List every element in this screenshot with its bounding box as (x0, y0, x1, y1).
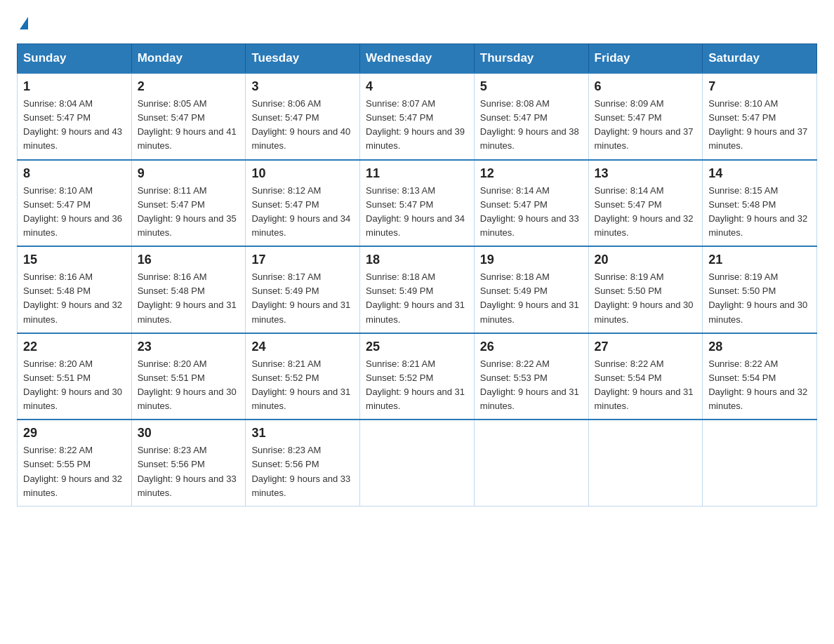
calendar-day-cell (474, 420, 588, 506)
day-number: 4 (366, 79, 468, 94)
calendar-header-row: SundayMondayTuesdayWednesdayThursdayFrid… (18, 44, 817, 74)
calendar-day-cell: 14Sunrise: 8:15 AMSunset: 5:48 PMDayligh… (703, 160, 817, 247)
calendar-day-header: Friday (588, 44, 703, 74)
day-number: 9 (138, 166, 240, 181)
day-info: Sunrise: 8:23 AMSunset: 5:56 PMDaylight:… (138, 443, 240, 500)
calendar-day-cell: 20Sunrise: 8:19 AMSunset: 5:50 PMDayligh… (588, 246, 703, 333)
calendar-day-cell: 17Sunrise: 8:17 AMSunset: 5:49 PMDayligh… (246, 246, 360, 333)
calendar-day-header: Saturday (703, 44, 817, 74)
day-info: Sunrise: 8:20 AMSunset: 5:51 PMDaylight:… (23, 357, 126, 414)
day-number: 7 (708, 79, 811, 94)
day-number: 6 (595, 79, 697, 94)
day-number: 1 (23, 79, 126, 94)
calendar-week-row: 15Sunrise: 8:16 AMSunset: 5:48 PMDayligh… (18, 246, 817, 333)
day-info: Sunrise: 8:11 AMSunset: 5:47 PMDaylight:… (138, 184, 240, 241)
day-info: Sunrise: 8:14 AMSunset: 5:47 PMDaylight:… (595, 184, 697, 241)
day-info: Sunrise: 8:19 AMSunset: 5:50 PMDaylight:… (708, 270, 811, 327)
day-number: 15 (23, 253, 126, 267)
calendar-day-header: Thursday (474, 44, 588, 74)
day-info: Sunrise: 8:22 AMSunset: 5:54 PMDaylight:… (708, 357, 811, 414)
day-number: 28 (708, 340, 811, 354)
day-info: Sunrise: 8:19 AMSunset: 5:50 PMDaylight:… (595, 270, 697, 327)
calendar-day-cell: 23Sunrise: 8:20 AMSunset: 5:51 PMDayligh… (131, 333, 246, 420)
day-info: Sunrise: 8:16 AMSunset: 5:48 PMDaylight:… (138, 270, 240, 327)
day-info: Sunrise: 8:16 AMSunset: 5:48 PMDaylight:… (23, 270, 126, 327)
day-number: 11 (366, 166, 468, 181)
day-info: Sunrise: 8:15 AMSunset: 5:48 PMDaylight:… (708, 184, 811, 241)
day-number: 24 (251, 340, 354, 354)
day-info: Sunrise: 8:10 AMSunset: 5:47 PMDaylight:… (23, 184, 126, 241)
calendar-day-cell: 30Sunrise: 8:23 AMSunset: 5:56 PMDayligh… (131, 420, 246, 506)
calendar-day-cell: 19Sunrise: 8:18 AMSunset: 5:49 PMDayligh… (474, 246, 588, 333)
calendar-day-cell: 21Sunrise: 8:19 AMSunset: 5:50 PMDayligh… (703, 246, 817, 333)
day-info: Sunrise: 8:05 AMSunset: 5:47 PMDaylight:… (138, 97, 240, 154)
calendar-day-header: Wednesday (360, 44, 475, 74)
calendar-day-cell: 11Sunrise: 8:13 AMSunset: 5:47 PMDayligh… (360, 160, 475, 247)
day-info: Sunrise: 8:18 AMSunset: 5:49 PMDaylight:… (366, 270, 468, 327)
day-info: Sunrise: 8:10 AMSunset: 5:47 PMDaylight:… (708, 97, 811, 154)
calendar-day-cell: 13Sunrise: 8:14 AMSunset: 5:47 PMDayligh… (588, 160, 703, 247)
calendar-day-cell: 3Sunrise: 8:06 AMSunset: 5:47 PMDaylight… (246, 73, 360, 160)
day-info: Sunrise: 8:23 AMSunset: 5:56 PMDaylight:… (251, 443, 354, 500)
calendar-day-cell: 27Sunrise: 8:22 AMSunset: 5:54 PMDayligh… (588, 333, 703, 420)
calendar-day-cell: 24Sunrise: 8:21 AMSunset: 5:52 PMDayligh… (246, 333, 360, 420)
day-info: Sunrise: 8:22 AMSunset: 5:55 PMDaylight:… (23, 443, 126, 500)
day-info: Sunrise: 8:21 AMSunset: 5:52 PMDaylight:… (251, 357, 354, 414)
day-info: Sunrise: 8:22 AMSunset: 5:53 PMDaylight:… (480, 357, 583, 414)
calendar-day-cell: 25Sunrise: 8:21 AMSunset: 5:52 PMDayligh… (360, 333, 475, 420)
calendar-day-cell: 29Sunrise: 8:22 AMSunset: 5:55 PMDayligh… (18, 420, 132, 506)
calendar-week-row: 29Sunrise: 8:22 AMSunset: 5:55 PMDayligh… (18, 420, 817, 506)
day-number: 27 (595, 340, 697, 354)
logo-triangle-icon (20, 17, 28, 29)
day-number: 13 (595, 166, 697, 181)
day-number: 25 (366, 340, 468, 354)
calendar-day-cell: 15Sunrise: 8:16 AMSunset: 5:48 PMDayligh… (18, 246, 132, 333)
day-number: 8 (23, 166, 126, 181)
calendar-day-cell: 4Sunrise: 8:07 AMSunset: 5:47 PMDaylight… (360, 73, 475, 160)
day-number: 3 (251, 79, 354, 94)
calendar-day-cell: 7Sunrise: 8:10 AMSunset: 5:47 PMDaylight… (703, 73, 817, 160)
calendar-week-row: 8Sunrise: 8:10 AMSunset: 5:47 PMDaylight… (18, 160, 817, 247)
day-number: 14 (708, 166, 811, 181)
day-number: 22 (23, 340, 126, 354)
page-header (17, 17, 817, 29)
day-info: Sunrise: 8:06 AMSunset: 5:47 PMDaylight:… (251, 97, 354, 154)
day-info: Sunrise: 8:08 AMSunset: 5:47 PMDaylight:… (480, 97, 583, 154)
day-number: 12 (480, 166, 583, 181)
day-number: 18 (366, 253, 468, 267)
day-number: 20 (595, 253, 697, 267)
day-info: Sunrise: 8:20 AMSunset: 5:51 PMDaylight:… (138, 357, 240, 414)
calendar-week-row: 1Sunrise: 8:04 AMSunset: 5:47 PMDaylight… (18, 73, 817, 160)
day-number: 31 (251, 426, 354, 441)
day-number: 5 (480, 79, 583, 94)
day-number: 16 (138, 253, 240, 267)
calendar-day-cell: 18Sunrise: 8:18 AMSunset: 5:49 PMDayligh… (360, 246, 475, 333)
calendar-day-cell: 1Sunrise: 8:04 AMSunset: 5:47 PMDaylight… (18, 73, 132, 160)
day-info: Sunrise: 8:07 AMSunset: 5:47 PMDaylight:… (366, 97, 468, 154)
calendar-day-cell: 16Sunrise: 8:16 AMSunset: 5:48 PMDayligh… (131, 246, 246, 333)
calendar-day-cell (360, 420, 475, 506)
day-info: Sunrise: 8:21 AMSunset: 5:52 PMDaylight:… (366, 357, 468, 414)
logo (17, 17, 28, 29)
day-number: 17 (251, 253, 354, 267)
day-info: Sunrise: 8:04 AMSunset: 5:47 PMDaylight:… (23, 97, 126, 154)
day-info: Sunrise: 8:13 AMSunset: 5:47 PMDaylight:… (366, 184, 468, 241)
calendar-day-cell: 12Sunrise: 8:14 AMSunset: 5:47 PMDayligh… (474, 160, 588, 247)
calendar-day-cell: 9Sunrise: 8:11 AMSunset: 5:47 PMDaylight… (131, 160, 246, 247)
day-info: Sunrise: 8:14 AMSunset: 5:47 PMDaylight:… (480, 184, 583, 241)
calendar-day-cell (703, 420, 817, 506)
calendar-week-row: 22Sunrise: 8:20 AMSunset: 5:51 PMDayligh… (18, 333, 817, 420)
calendar-day-cell: 28Sunrise: 8:22 AMSunset: 5:54 PMDayligh… (703, 333, 817, 420)
calendar-day-header: Tuesday (246, 44, 360, 74)
calendar-day-header: Sunday (18, 44, 132, 74)
day-number: 30 (138, 426, 240, 441)
day-info: Sunrise: 8:18 AMSunset: 5:49 PMDaylight:… (480, 270, 583, 327)
day-number: 29 (23, 426, 126, 441)
day-number: 10 (251, 166, 354, 181)
calendar-day-cell: 6Sunrise: 8:09 AMSunset: 5:47 PMDaylight… (588, 73, 703, 160)
calendar-day-cell: 2Sunrise: 8:05 AMSunset: 5:47 PMDaylight… (131, 73, 246, 160)
day-info: Sunrise: 8:17 AMSunset: 5:49 PMDaylight:… (251, 270, 354, 327)
day-info: Sunrise: 8:09 AMSunset: 5:47 PMDaylight:… (595, 97, 697, 154)
calendar-day-cell: 5Sunrise: 8:08 AMSunset: 5:47 PMDaylight… (474, 73, 588, 160)
day-number: 19 (480, 253, 583, 267)
